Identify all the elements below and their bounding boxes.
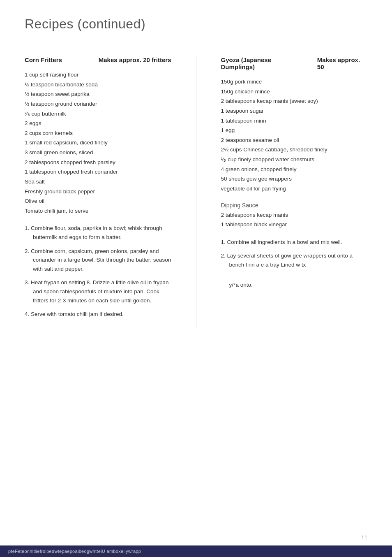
list-item: 4 green onions, chopped finely [221, 165, 368, 174]
page-number: 11 [362, 534, 367, 541]
dipping-sauce-ingredients-list: 2 tablespoons kecap manis1 tablespoon bl… [221, 210, 368, 230]
right-recipe-name: Gyoza (Japanese Dumplings) [221, 56, 305, 70]
list-item: 50 sheets gow gee wrappers [221, 174, 368, 184]
list-item: 3 small green onions, sliced [25, 148, 171, 158]
right-recipe-header: Gyoza (Japanese Dumplings) Makes approx.… [221, 56, 368, 70]
list-item: 1. Combine all ingredients in a bowl and… [221, 238, 368, 247]
list-item: 1 teaspoon sugar [221, 106, 368, 116]
list-item: 2½ cups Chinese cabbage, shredded finely [221, 145, 368, 155]
list-item: 2 teaspoons sesame oil [221, 135, 368, 145]
left-ingredients-list: 1 cup self raising flour½ teaspoon bicar… [25, 70, 171, 216]
list-item: Freshly ground black pepper [25, 187, 171, 197]
list-item: 150g chicken mince [221, 87, 368, 97]
dipping-sauce-label: Dipping Sauce [221, 202, 368, 209]
list-item: 2 eggs [25, 118, 171, 128]
list-item: ½ teaspoon ground coriander [25, 99, 171, 109]
list-item: ½ teaspoon bicarbonate soda [25, 80, 171, 90]
footer-text: pteFeteonhltliefrolbedwtepaepoaibeogwhtt… [8, 549, 141, 554]
left-method-list: 1. Combine flour, soda, paprika in a bow… [25, 224, 171, 318]
right-recipe-yield: Makes approx. 50 [317, 56, 367, 70]
left-recipe-column: Corn Fritters Makes approx. 20 fritters … [25, 56, 171, 327]
footer-bar: pteFeteonhltliefrolbedwtepaepoaibeogwhtt… [0, 545, 392, 557]
list-item: 1 egg [221, 125, 368, 135]
list-item: 2 tablespoons kecap manis (sweet soy) [221, 96, 368, 106]
list-item: 1 tablespoon mirin [221, 116, 368, 126]
recipes-container: Corn Fritters Makes approx. 20 fritters … [25, 56, 367, 327]
list-item: 150g pork mince [221, 77, 368, 87]
list-item: 3. Heat frypan on setting 8. Drizzle a l… [25, 278, 171, 305]
list-item: 1. Combine flour, soda, paprika in a bow… [25, 224, 171, 241]
list-item: ½ teaspoon sweet paprika [25, 89, 171, 99]
left-recipe-yield: Makes approx. 20 fritters [99, 56, 171, 63]
list-item: 1 small red capsicum, diced finely [25, 138, 171, 148]
right-method-list: 1. Combine all ingredients in a bowl and… [221, 238, 368, 269]
page: Recipes (continued) Corn Fritters Makes … [0, 0, 392, 557]
list-item: 1 tablespoon black vinegar [221, 220, 368, 230]
list-item: ¹⁄₃ cup finely chopped water chestnuts [221, 155, 368, 165]
list-item: 1 cup self raising flour [25, 70, 171, 80]
list-item: 2 cups corn kernels [25, 128, 171, 138]
right-ingredients-list: 150g pork mince150g chicken mince2 table… [221, 77, 368, 194]
list-item: 1 tablespoon chopped fresh coriander [25, 167, 171, 177]
right-recipe-column: Gyoza (Japanese Dumplings) Makes approx.… [221, 56, 368, 327]
list-item: Olive oil [25, 196, 171, 206]
left-recipe-name: Corn Fritters [25, 56, 62, 63]
right-method-partial: y/°a onto. [221, 282, 368, 288]
list-item: 2. Lay several sheets of gow gee wrapper… [221, 251, 368, 269]
list-item: 2 tablespoons chopped fresh parsley [25, 158, 171, 167]
list-item: 2. Combine corn, capsicum, green onions,… [25, 247, 171, 274]
left-recipe-header: Corn Fritters Makes approx. 20 fritters [25, 56, 171, 63]
list-item: 4. Serve with tomato chilli jam if desir… [25, 310, 171, 319]
list-item: 2 tablespoons kecap manis [221, 210, 368, 220]
list-item: Tomato chilli jam, to serve [25, 206, 171, 216]
list-item: Sea salt [25, 177, 171, 187]
list-item: ²⁄₃ cup buttermilk [25, 109, 171, 119]
list-item: vegetable oil for pan frying [221, 184, 368, 194]
page-title: Recipes (continued) [25, 16, 367, 32]
column-divider [196, 56, 196, 327]
